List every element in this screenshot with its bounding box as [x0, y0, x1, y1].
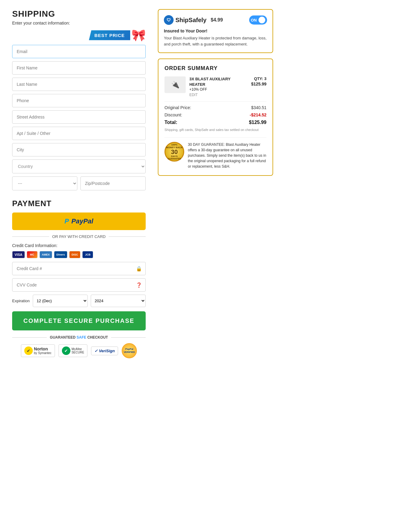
- diners-icon: Diners: [54, 251, 67, 258]
- heater-icon: 🔌: [171, 81, 179, 89]
- discount-label: Discount:: [164, 112, 182, 117]
- money-back-days-label: DAYS: [171, 155, 178, 158]
- expiration-row: Expiration 12 (Dec) 1 (Jan) 2 (Feb) 3 (M…: [12, 295, 146, 307]
- credit-card-field[interactable]: [12, 262, 146, 275]
- last-name-field[interactable]: [12, 78, 146, 91]
- trust-badges: ✔ Nortonby Symantec ✔ McAfeeSECURE ✓ Ver…: [12, 343, 146, 358]
- discover-icon: DISC: [69, 251, 81, 258]
- state-select[interactable]: --- Alabama Alaska Arizona California Ne…: [12, 176, 77, 190]
- paypal-icon: P: [65, 217, 69, 225]
- best-price-banner: BEST PRICE 🎀: [12, 28, 146, 42]
- ship-safely-insured-desc: Your Blast Auxiliary Heater is protected…: [164, 35, 267, 47]
- order-summary-card: ORDER SUMMARY 🔌 3X BLAST AUXILIARY HEATE…: [158, 59, 273, 176]
- lock-icon: 🔒: [136, 266, 142, 272]
- state-zip-row: --- Alabama Alaska Arizona California Ne…: [12, 176, 146, 190]
- credit-card-wrap: 🔒: [12, 262, 146, 275]
- mcafee-text: McAfeeSECURE: [72, 347, 84, 354]
- paypal-verified-badge: PayPalVERIFIED: [122, 343, 137, 358]
- order-item-image: 🔌: [164, 76, 186, 93]
- cvv-field[interactable]: [12, 278, 146, 292]
- discount-value: -$214.52: [250, 112, 266, 117]
- expiration-month-select[interactable]: 12 (Dec) 1 (Jan) 2 (Feb) 3 (Mar) 4 (Apr)…: [33, 295, 88, 307]
- left-column: SHIPPING Enter your contact information:…: [12, 9, 146, 358]
- order-item-discount: +10% OFF: [189, 87, 247, 92]
- paypal-button[interactable]: P PayPal: [12, 212, 146, 230]
- toggle-on-label: ON: [251, 18, 257, 22]
- ship-safely-card: 🛡 ShipSafely $4.99 ON Insured to Your Do…: [158, 9, 273, 53]
- ship-safely-header: 🛡 ShipSafely $4.99 ON: [164, 15, 267, 25]
- money-back-badge: 100%MONEY BACK 30 DAYS GUARANTEE: [164, 142, 184, 162]
- money-back-days: 30: [171, 149, 178, 155]
- order-item-details: 3X BLAST AUXILIARY HEATER +10% OFF EDIT: [189, 76, 247, 97]
- order-item-edit-link[interactable]: EDIT: [189, 93, 247, 97]
- ship-safely-toggle[interactable]: ON: [249, 15, 267, 25]
- email-field[interactable]: [12, 45, 146, 58]
- or-text: OR PAY WITH CREDIT CARD: [52, 234, 106, 239]
- total-label: Total:: [164, 120, 177, 125]
- paypal-label: PayPal: [71, 217, 93, 225]
- zip-field[interactable]: [80, 176, 146, 190]
- ribbon-icon: 🎀: [131, 28, 146, 42]
- norton-badge: ✔ Nortonby Symantec: [21, 344, 55, 357]
- ship-safely-icon: 🛡: [164, 15, 174, 25]
- shipping-title: SHIPPING: [12, 9, 146, 19]
- money-back-top: 100%MONEY BACK: [166, 143, 183, 149]
- total-row: Total: $125.99: [164, 120, 266, 125]
- country-select[interactable]: Country United States Canada United King…: [12, 159, 146, 173]
- amex-icon: AMEX: [39, 251, 52, 258]
- order-summary-title: ORDER SUMMARY: [164, 65, 266, 72]
- best-price-badge: BEST PRICE: [89, 30, 130, 40]
- guaranteed-divider: GUARANTEED SAFE CHECKOUT: [12, 335, 146, 340]
- verisign-badge: ✓ VeriSign: [91, 346, 118, 355]
- guaranteed-text: GUARANTEED SAFE CHECKOUT: [50, 335, 108, 340]
- phone-field[interactable]: [12, 94, 146, 107]
- price-note: Shipping, gift cards, ShipSafe and sales…: [164, 128, 266, 132]
- jcb-icon: JCB: [82, 251, 93, 258]
- expiration-label: Expiration: [12, 299, 30, 303]
- order-item-qty: QTY: 3: [251, 76, 266, 81]
- mastercard-icon: MC: [27, 251, 38, 258]
- original-price-value: $340.51: [251, 105, 266, 110]
- apt-suite-field[interactable]: [12, 127, 146, 140]
- payment-title: PAYMENT: [12, 199, 146, 208]
- ship-safely-insured-title: Insured to Your Door!: [164, 28, 267, 33]
- order-item-name: 3X BLAST AUXILIARY HEATER: [189, 76, 247, 87]
- visa-icon: VISA: [12, 251, 25, 258]
- discount-row: Discount: -$214.52: [164, 112, 266, 117]
- paypal-verified-text: PayPalVERIFIED: [124, 348, 135, 353]
- ship-safely-price: $4.99: [211, 17, 223, 23]
- money-back-bottom: GUARANTEE: [168, 158, 181, 160]
- mcafee-badge: ✔ McAfeeSECURE: [59, 344, 88, 357]
- norton-check-icon: ✔: [24, 346, 33, 355]
- order-item-right: QTY: 3 $125.99: [251, 76, 266, 86]
- price-rows: Original Price: $340.51 Discount: -$214.…: [164, 101, 266, 132]
- shipping-subtitle: Enter your contact information:: [12, 21, 146, 25]
- or-divider: OR PAY WITH CREDIT CARD: [12, 234, 146, 239]
- complete-purchase-button[interactable]: COMPLETE SECURE PURCHASE: [12, 311, 146, 330]
- original-price-label: Original Price:: [164, 105, 191, 110]
- cc-info-label: Credit Card Information:: [12, 243, 146, 248]
- toggle-circle: [259, 17, 265, 23]
- safe-word: SAFE: [76, 335, 86, 340]
- original-price-row: Original Price: $340.51: [164, 105, 266, 110]
- money-back-text: 30 DAY GUARANTEE: Blast Auxiliary Heater…: [188, 142, 266, 169]
- ship-safely-name: ShipSafely: [175, 17, 206, 24]
- expiration-year-select[interactable]: 2024 2025 2026 2027 2028: [91, 295, 146, 307]
- order-item-price: $125.99: [251, 82, 266, 86]
- card-icons: VISA MC AMEX Diners DISC JCB: [12, 251, 146, 258]
- ship-safely-logo: 🛡 ShipSafely: [164, 15, 206, 25]
- help-icon: ❓: [136, 282, 142, 288]
- city-field[interactable]: [12, 143, 146, 156]
- right-column: 🛡 ShipSafely $4.99 ON Insured to Your Do…: [158, 9, 273, 176]
- mcafee-icon: ✔: [62, 346, 70, 355]
- order-item: 🔌 3X BLAST AUXILIARY HEATER +10% OFF EDI…: [164, 76, 266, 97]
- norton-text: Nortonby Symantec: [34, 346, 52, 355]
- verisign-text: ✓ VeriSign: [94, 349, 115, 353]
- first-name-field[interactable]: [12, 61, 146, 75]
- street-address-field[interactable]: [12, 110, 146, 124]
- total-value: $125.99: [249, 120, 266, 125]
- money-back-section: 100%MONEY BACK 30 DAYS GUARANTEE 30 DAY …: [164, 137, 266, 169]
- cvv-wrap: ❓: [12, 278, 146, 292]
